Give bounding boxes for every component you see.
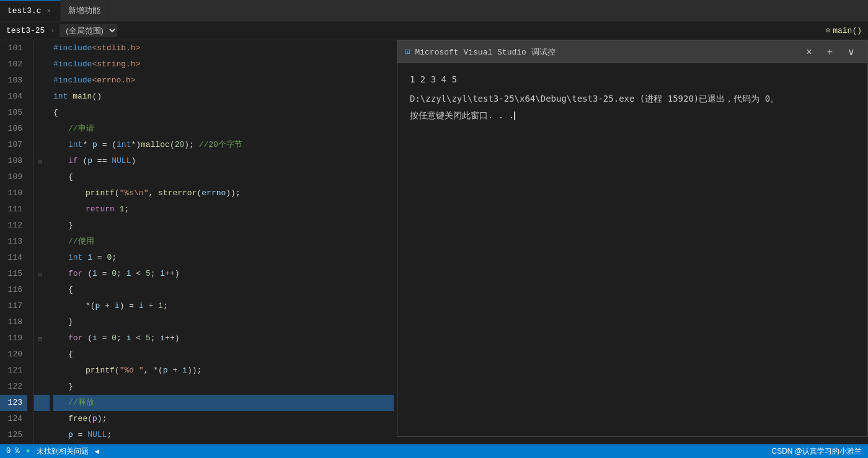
tab-bar: test3.c × 新增功能	[0, 0, 868, 22]
code-line-116: {	[53, 282, 394, 298]
fold-btn-108[interactable]: ⊟	[34, 153, 46, 169]
fold-gutter: ⊟ ⊟ ⊟	[34, 40, 46, 444]
code-line-103: #include<errno.h>	[53, 73, 394, 89]
debug-panel-header: ⊡ Microsoft Visual Studio 调试控 × + ∨	[397, 41, 867, 63]
debug-panel-title: Microsoft Visual Studio 调试控	[415, 46, 796, 58]
status-right: CSDN @认真学习的小雅兰	[771, 446, 862, 457]
debug-path-line: D:\zzyl\zyl\test3-25\x64\Debug\test3-25.…	[410, 91, 855, 107]
code-line-120: {	[53, 346, 394, 363]
debug-cursor	[514, 112, 515, 120]
code-line-109: {	[53, 169, 394, 185]
debug-panel-icon: ⊡	[405, 46, 410, 57]
tab-new-feature-label: 新增功能	[68, 5, 100, 16]
code-line-123: //释放	[53, 395, 394, 411]
breadcrumb-func-label: main()	[833, 26, 862, 35]
debug-panel-body: 1 2 3 4 5 D:\zzyl\zyl\test3-25\x64\Debug…	[397, 63, 867, 436]
line-numbers: 101 102 103 104 105 106 107 108 109 110 …	[0, 40, 34, 444]
code-line-121: printf("%d ", *(p + i));	[53, 363, 394, 379]
status-left: 0 % ● 未找到相关问题 ◀	[6, 446, 99, 457]
tab-test3c-label: test3.c	[7, 6, 42, 15]
zoom-level[interactable]: 0 %	[6, 447, 20, 456]
debug-numbers-row: 1 2 3 4 5	[410, 72, 855, 87]
status-text[interactable]: 未找到相关问题	[37, 446, 89, 457]
breadcrumb-bar: test3-25 › (全局范围) ⊙ main()	[0, 22, 868, 40]
breadcrumb-file: test3-25	[6, 26, 45, 35]
fold-btn-119[interactable]: ⊟	[34, 330, 46, 346]
code-line-119: for (i = 0; i < 5; i++)	[53, 330, 394, 346]
code-content: 101 102 103 104 105 106 107 108 109 110 …	[0, 40, 394, 444]
breadcrumb-func: ⊙ main()	[826, 26, 862, 35]
debug-add-button[interactable]: +	[822, 45, 838, 59]
code-line-125: p = NULL;	[53, 427, 394, 443]
breadcrumb-right: ⊙ main()	[826, 26, 862, 35]
code-line-118: }	[53, 314, 394, 330]
tab-new-feature[interactable]: 新增功能	[61, 0, 108, 21]
func-icon: ⊙	[826, 26, 830, 35]
code-line-111: return 1;	[53, 201, 394, 218]
code-line-107: int* p = (int*)malloc(20); //20个字节	[53, 137, 394, 153]
code-line-117: *(p + i) = i + 1;	[53, 298, 394, 314]
main-area: 101 102 103 104 105 106 107 108 109 110 …	[0, 40, 868, 444]
debug-close-button[interactable]: ×	[801, 45, 817, 59]
code-line-110: printf("%s\n", strerror(errno));	[53, 185, 394, 201]
breadcrumb-scope-select[interactable]: (全局范围)	[60, 24, 117, 37]
tab-test3c[interactable]: test3.c ×	[0, 0, 61, 21]
code-line-124: free(p);	[53, 411, 394, 427]
code-line-108: if (p == NULL)	[53, 153, 394, 169]
debug-panel: ⊡ Microsoft Visual Studio 调试控 × + ∨ 1 2 …	[397, 40, 868, 437]
code-editor[interactable]: 101 102 103 104 105 106 107 108 109 110 …	[0, 40, 394, 444]
code-line-115: for (i = 0; i < 5; i++)	[53, 266, 394, 282]
code-line-114: int i = 0;	[53, 250, 394, 266]
status-dot: ●	[26, 447, 30, 456]
code-line-122: }	[53, 379, 394, 395]
code-line-106: //申请	[53, 121, 394, 137]
code-line-102: #include<string.h>	[53, 56, 394, 73]
tab-test3c-close[interactable]: ×	[45, 7, 53, 15]
status-indicator: ●	[26, 447, 30, 456]
status-bar: 0 % ● 未找到相关问题 ◀ CSDN @认真学习的小雅兰	[0, 444, 868, 458]
watermark: CSDN @认真学习的小雅兰	[771, 446, 862, 457]
debug-press-line: 按任意键关闭此窗口. . .	[410, 108, 855, 123]
code-line-104: int main()	[53, 89, 394, 105]
code-line-101: #include<stdlib.h>	[53, 40, 394, 56]
scroll-left[interactable]: ◀	[95, 447, 99, 456]
code-line-113: //使用	[53, 234, 394, 250]
debug-dropdown-button[interactable]: ∨	[843, 45, 860, 59]
code-line-105: {	[53, 105, 394, 121]
code-area[interactable]: ⊟ ⊟ ⊟	[34, 40, 394, 444]
code-line-112: }	[53, 218, 394, 234]
fold-btn-115[interactable]: ⊟	[34, 266, 46, 282]
code-text[interactable]: #include<stdlib.h> #include<string.h> #i…	[50, 40, 394, 444]
